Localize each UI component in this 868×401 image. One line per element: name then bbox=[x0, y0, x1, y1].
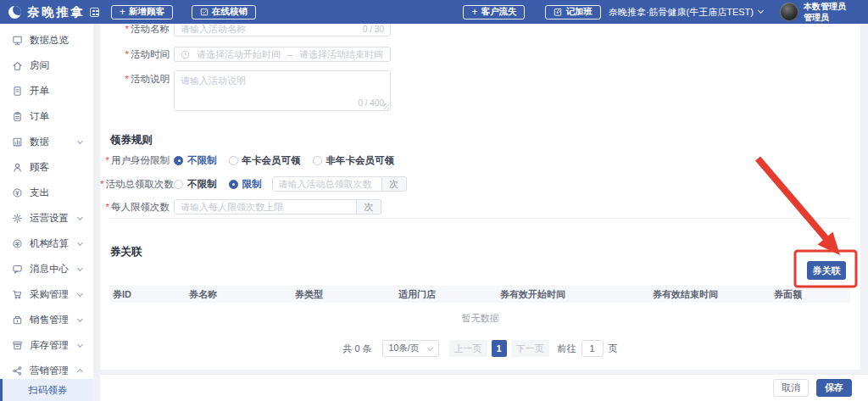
page-size-select[interactable]: 10条/页 bbox=[382, 340, 439, 357]
room-icon bbox=[12, 60, 23, 71]
radio-label: 限制 bbox=[242, 178, 262, 191]
coupon-link-button[interactable]: 券关联 bbox=[807, 261, 846, 280]
plus-icon: + bbox=[120, 8, 125, 16]
radio-option[interactable]: 不限制 bbox=[174, 154, 217, 167]
sidebar-item-label: 营销管理 bbox=[30, 365, 69, 377]
sidebar-item-label: 消息中心 bbox=[30, 263, 69, 276]
activity-desc-label: *活动说明 bbox=[100, 73, 170, 86]
activity-name-field[interactable]: 0 / 30 bbox=[174, 24, 391, 36]
next-page-button[interactable]: 下一页 bbox=[511, 340, 549, 357]
chevron-down-icon bbox=[77, 137, 83, 143]
order-icon bbox=[12, 111, 23, 122]
billing-icon bbox=[12, 86, 23, 97]
table-header-cell: 券面额 bbox=[774, 286, 802, 303]
char-counter: 0 / 30 bbox=[363, 25, 390, 34]
pagination-total: 共 0 条 bbox=[342, 343, 371, 355]
avatar[interactable] bbox=[780, 3, 798, 21]
sidebar-item[interactable]: 数据总览 bbox=[0, 27, 93, 53]
chevron-down-icon bbox=[77, 290, 83, 296]
chevron-down-icon bbox=[77, 265, 83, 270]
app-window: 奈晚推拿 + 新增顾客 在线核销 + 客户流失 记加班 奈晚推拿· bbox=[0, 0, 868, 401]
radio-option[interactable]: 年卡会员可领 bbox=[229, 154, 301, 167]
current-page-button[interactable]: 1 bbox=[492, 340, 507, 357]
customer-loss-button[interactable]: + 客户流失 bbox=[463, 5, 525, 19]
radio-label: 年卡会员可领 bbox=[242, 154, 301, 167]
radio-unselected-icon bbox=[174, 180, 183, 189]
sidebar-item[interactable]: 开单 bbox=[0, 78, 93, 103]
activity-name-input[interactable] bbox=[175, 24, 363, 36]
sidebar-item[interactable]: 数据 bbox=[0, 129, 93, 154]
dashboard-icon bbox=[12, 35, 23, 46]
plus-icon: + bbox=[471, 8, 477, 16]
user-name: 本数管理员 bbox=[804, 1, 846, 12]
sidebar-item[interactable]: 支出 bbox=[0, 180, 93, 205]
sidebar-item[interactable]: 顾客 bbox=[0, 154, 93, 180]
sidebar-item[interactable]: 消息中心 bbox=[0, 256, 93, 281]
online-verify-button[interactable]: 在线核销 bbox=[192, 5, 256, 19]
sidebar-item[interactable]: 房间 bbox=[0, 53, 93, 78]
per-person-limit-input[interactable] bbox=[175, 200, 356, 214]
radio-option[interactable]: 不限制 bbox=[174, 178, 217, 191]
top-bar: 奈晚推拿 + 新增顾客 在线核销 + 客户流失 记加班 奈晚推拿· bbox=[0, 0, 868, 24]
goto-label: 前往 bbox=[558, 343, 576, 355]
empty-state: 暂无数据 bbox=[100, 312, 860, 325]
qr-code-icon[interactable] bbox=[90, 8, 99, 17]
radio-option[interactable]: 非年卡会员可领 bbox=[313, 154, 395, 167]
user-role: 管理员 bbox=[804, 12, 846, 23]
sidebar: 数据总览房间开单订单数据顾客支出运营设置机构结算消息中心采购管理销售管理库存管理… bbox=[0, 24, 93, 401]
sidebar-item-label: 房间 bbox=[30, 59, 49, 72]
activity-time-range[interactable]: 请选择活动开始时间 – 请选择活动结束时间 bbox=[174, 47, 391, 62]
chevron-down-icon bbox=[77, 341, 83, 347]
chevron-up-icon bbox=[77, 369, 83, 375]
user-info[interactable]: 本数管理员 管理员 bbox=[804, 1, 846, 23]
cancel-button[interactable]: 取消 bbox=[773, 379, 809, 397]
prev-page-button[interactable]: 上一页 bbox=[449, 340, 487, 357]
table-header-cell: 券ID bbox=[113, 286, 131, 303]
chevron-down-icon bbox=[77, 239, 83, 245]
table-header-cell: 券有效结束时间 bbox=[653, 286, 718, 303]
goto-unit-label: 页 bbox=[609, 343, 618, 355]
sidebar-item[interactable]: 销售管理 bbox=[0, 307, 93, 332]
char-counter: 0 / 400 bbox=[358, 98, 384, 108]
identity-limit-label: *用户身份限制 bbox=[100, 154, 170, 167]
sidebar-item[interactable]: 采购管理 bbox=[0, 281, 93, 307]
chevron-down-icon bbox=[427, 344, 433, 350]
coupon-table-header: 券ID券名称券类型适用门店券有效开始时间券有效结束时间券面额 bbox=[110, 286, 850, 303]
activity-name-label: *活动名称 bbox=[100, 24, 170, 36]
resize-grip-icon[interactable] bbox=[383, 103, 389, 109]
save-button[interactable]: 保存 bbox=[816, 379, 852, 397]
radio-unselected-icon bbox=[229, 156, 238, 165]
sidebar-item-label: 数据总览 bbox=[30, 34, 69, 47]
activity-desc-field[interactable]: 0 / 400 bbox=[174, 70, 391, 111]
marketing-icon bbox=[12, 365, 23, 376]
overtime-button[interactable]: 记加班 bbox=[545, 5, 601, 19]
new-customer-button[interactable]: + 新增顾客 bbox=[111, 5, 173, 19]
store-selector[interactable]: 奈晚推拿·筋骨健康(牛王庙店TEST) bbox=[609, 6, 763, 19]
table-header-cell: 适用门店 bbox=[398, 286, 436, 303]
sidebar-item[interactable]: 库存管理 bbox=[0, 332, 93, 358]
customer-icon bbox=[12, 162, 23, 173]
table-header-cell: 券类型 bbox=[295, 286, 323, 303]
sidebar-item-label: 机构结算 bbox=[30, 237, 69, 250]
radio-option[interactable]: 限制 bbox=[229, 178, 262, 191]
pagination: 共 0 条 10条/页 上一页 1 下一页 前往 页 bbox=[100, 340, 860, 357]
section-divider bbox=[110, 218, 850, 219]
sidebar-item-label: 采购管理 bbox=[30, 288, 69, 301]
verify-box-icon bbox=[200, 8, 209, 16]
radio-label: 不限制 bbox=[187, 178, 217, 191]
settings-icon bbox=[12, 213, 23, 224]
goto-page-input[interactable] bbox=[581, 340, 604, 357]
sidebar-item-label: 订单 bbox=[30, 110, 49, 123]
top-bar-right: + 客户流失 记加班 奈晚推拿·筋骨健康(牛王庙店TEST) 本数管理员 管理员 bbox=[463, 1, 846, 23]
sidebar-item[interactable]: 机构结算 bbox=[0, 231, 93, 256]
activity-form-panel: *活动名称 0 / 30 *活动时间 请选择活动开始时间 – 请选择活动结束时间… bbox=[100, 24, 860, 370]
sidebar-item-label: 数据 bbox=[30, 136, 49, 148]
sidebar-item[interactable]: 运营设置 bbox=[0, 205, 93, 231]
coupon-section-title: 券关联 bbox=[110, 245, 142, 259]
sidebar-item[interactable]: 订单 bbox=[0, 103, 93, 129]
total-limit-input[interactable] bbox=[273, 177, 381, 191]
message-icon bbox=[12, 264, 23, 275]
sidebar-subitem-scan-coupon[interactable]: 扫码领券 bbox=[0, 379, 93, 401]
brand-title: 奈晚推拿 bbox=[27, 4, 85, 20]
sidebar-item-label: 运营设置 bbox=[30, 212, 69, 225]
